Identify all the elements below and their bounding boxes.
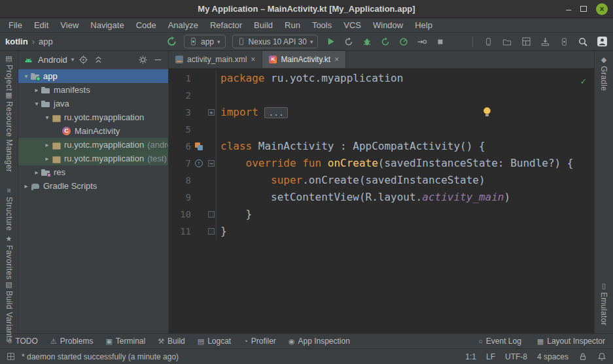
run-button[interactable] <box>324 36 336 48</box>
menu-item-tools[interactable]: Tools <box>306 20 338 30</box>
intention-bulb-icon[interactable] <box>483 107 491 114</box>
device-file-explorer-icon[interactable] <box>501 36 513 48</box>
code-text[interactable] <box>216 87 594 104</box>
file-encoding[interactable]: UTF-8 <box>505 352 527 361</box>
collapse-all-icon[interactable] <box>93 54 104 65</box>
debug-button[interactable] <box>361 36 373 48</box>
avatar[interactable] <box>596 36 608 48</box>
tool-stripe-emulator[interactable]: ▯Emulator <box>595 282 613 325</box>
minimize-button[interactable]: – <box>566 6 571 12</box>
tool-window-switcher-icon[interactable] <box>7 352 15 361</box>
menu-item-code[interactable]: Code <box>130 20 162 30</box>
fold-marker-icon[interactable] <box>208 228 215 235</box>
tab-activity-main-xml[interactable]: activity_main.xml × <box>169 51 262 68</box>
close-tab-icon[interactable]: × <box>251 55 255 64</box>
tool-stripe-build-variants[interactable]: ▧Build Variants <box>0 281 18 342</box>
menu-item-navigate[interactable]: Navigate <box>84 20 130 30</box>
code-text[interactable]: super.onCreate(savedInstanceState) <box>216 172 594 189</box>
caret-position[interactable]: 1:1 <box>465 352 476 361</box>
chevron-down-icon[interactable]: ▾ <box>32 100 41 107</box>
tree-item-res[interactable]: ▸res <box>18 165 168 179</box>
menu-item-file[interactable]: File <box>3 20 28 30</box>
tree-item-manifests[interactable]: ▸manifests <box>18 83 168 97</box>
line-separator[interactable]: LF <box>486 352 495 361</box>
folded-region[interactable]: ... <box>264 107 287 118</box>
tool-window-button-terminal[interactable]: ▣Terminal <box>105 337 145 346</box>
indent-setting[interactable]: 4 spaces <box>537 352 569 361</box>
sdk-manager-icon[interactable] <box>539 36 551 48</box>
tool-stripe-gradle[interactable]: ◆Gradle <box>595 56 613 91</box>
close-tab-icon[interactable]: × <box>334 55 339 64</box>
tool-stripe-favorites[interactable]: ★Favorites <box>0 235 18 280</box>
tool-window-button-layout-inspector[interactable]: ▦Layout Inspector <box>537 337 605 346</box>
overriding-method-icon[interactable] <box>195 159 203 167</box>
menu-item-view[interactable]: View <box>54 20 84 30</box>
menu-item-build[interactable]: Build <box>248 20 279 30</box>
tool-window-button-problems[interactable]: ⚠Problems <box>50 337 94 346</box>
menu-item-help[interactable]: Help <box>409 20 438 30</box>
breadcrumb-root[interactable]: kotlin <box>5 37 28 46</box>
chevron-right-icon[interactable]: ▸ <box>43 141 52 148</box>
tree-item-gradle-scripts[interactable]: ▸Gradle Scripts <box>18 179 168 193</box>
locate-file-icon[interactable] <box>78 54 89 65</box>
menu-item-refactor[interactable]: Refactor <box>204 20 248 30</box>
menu-item-edit[interactable]: Edit <box>28 20 54 30</box>
hide-panel-icon[interactable] <box>152 54 164 65</box>
run-configuration-select[interactable]: app ▾ <box>184 35 226 48</box>
avd-manager-icon[interactable] <box>558 36 570 48</box>
fold-marker-icon[interactable] <box>208 211 215 218</box>
tree-item-ru-yotc-myapplication-androidtest[interactable]: ▸ru.yotc.myapplication(androidTest) <box>18 138 168 152</box>
close-button[interactable]: × <box>596 3 608 15</box>
menu-item-run[interactable]: Run <box>279 20 306 30</box>
code-text[interactable]: import ... <box>216 104 594 121</box>
tab-mainactivity-kt[interactable]: MainActivity.kt × <box>262 51 346 68</box>
device-manager-icon[interactable] <box>482 36 494 48</box>
notifications-bell-icon[interactable] <box>597 352 606 361</box>
chevron-down-icon[interactable]: ▾ <box>22 73 31 80</box>
tool-window-button-profiler[interactable]: ◔Profiler <box>243 337 276 346</box>
lock-icon[interactable] <box>578 352 587 361</box>
tool-stripe-structure[interactable]: ≡Structure <box>0 187 18 231</box>
device-select[interactable]: Nexus 10 API 30 ▾ <box>232 35 319 48</box>
chevron-right-icon[interactable]: ▸ <box>43 155 52 162</box>
code-text[interactable]: setContentView(R.layout.activity_main) <box>216 189 594 206</box>
chevron-right-icon[interactable]: ▸ <box>22 182 31 190</box>
code-text[interactable]: package ru.yotc.myapplication <box>216 70 594 87</box>
tool-stripe-resource-manager[interactable]: ▦Resource Manager <box>0 91 18 172</box>
tool-stripe-project[interactable]: ▤Project <box>0 55 18 91</box>
layout-inspector-icon[interactable] <box>520 36 532 48</box>
tree-item-java[interactable]: ▾java <box>18 97 168 110</box>
stop-button[interactable] <box>434 36 446 48</box>
fold-marker-icon[interactable]: + <box>208 109 215 116</box>
menu-item-vcs[interactable]: VCS <box>338 20 367 30</box>
apply-code-changes-button[interactable] <box>379 36 391 48</box>
menu-item-analyze[interactable]: Analyze <box>162 20 204 30</box>
attach-debugger-button[interactable] <box>416 36 428 48</box>
menu-item-window[interactable]: Window <box>367 20 409 30</box>
search-icon[interactable] <box>577 36 589 48</box>
code-text[interactable]: class MainActivity : AppCompatActivity()… <box>216 138 594 155</box>
maximize-button[interactable] <box>580 6 587 12</box>
sync-project-icon[interactable] <box>166 36 177 48</box>
profile-button[interactable] <box>398 36 410 48</box>
chevron-right-icon[interactable]: ▸ <box>32 169 41 176</box>
chevron-right-icon[interactable]: ▸ <box>32 86 41 93</box>
settings-gear-icon[interactable] <box>137 54 149 65</box>
apply-changes-button[interactable] <box>343 36 355 48</box>
code-text[interactable]: override fun onCreate(savedInstanceState… <box>216 155 594 172</box>
breadcrumb-current[interactable]: app <box>39 37 53 46</box>
tool-window-button-build[interactable]: ⚒Build <box>158 337 185 346</box>
code-text[interactable]: } <box>216 206 594 223</box>
tree-item-ru-yotc-myapplication-test[interactable]: ▸ru.yotc.myapplication(test) <box>18 152 168 165</box>
editor-code[interactable]: ✓ 1package ru.yotc.myapplication23+impor… <box>169 69 594 333</box>
tool-window-button-app-inspection[interactable]: ◉App Inspection <box>289 337 350 346</box>
tree-item-mainactivity[interactable]: MainActivity <box>18 124 168 138</box>
fold-marker-icon[interactable]: − <box>208 160 215 167</box>
tree-item-app[interactable]: ▾app <box>18 69 168 83</box>
tool-window-button-logcat[interactable]: ▤Logcat <box>198 337 231 346</box>
tree-item-ru-yotc-myapplication[interactable]: ▾ru.yotc.myapplication <box>18 110 168 124</box>
code-text[interactable] <box>216 121 594 138</box>
related-symbol-icon[interactable] <box>195 142 203 150</box>
tool-window-button-event-log[interactable]: ○Event Log <box>478 337 521 346</box>
code-text[interactable]: } <box>216 223 594 240</box>
